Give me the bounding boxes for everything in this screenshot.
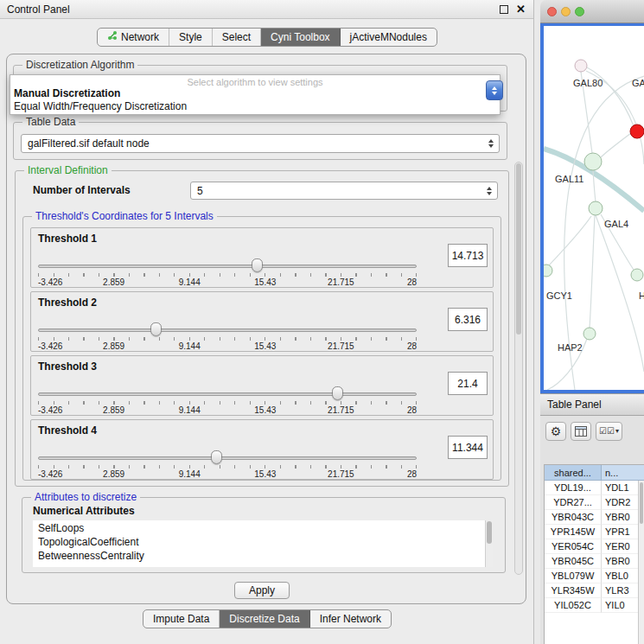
popup-option[interactable]: Equal Width/Frequency Discretization	[10, 100, 500, 113]
numerical-attributes-list[interactable]: SelfLoopsTopologicalCoefficientBetweenne…	[33, 520, 493, 567]
traffic-zoom-icon[interactable]	[575, 7, 584, 16]
threshold-slider[interactable]: -3.4262.8599.14415.4321.71528	[38, 450, 417, 479]
threshold-value-field[interactable]: 6.316	[448, 308, 488, 331]
slider-track[interactable]	[38, 392, 417, 396]
network-edge[interactable]	[601, 133, 631, 157]
slider-track[interactable]	[38, 265, 417, 268]
threshold-slider[interactable]: -3.4262.8599.14415.4321.71528	[38, 322, 417, 351]
table-cell-shared-name[interactable]: YER054C	[545, 539, 602, 554]
threshold-slider[interactable]: -3.4262.8599.14415.4321.71528	[38, 386, 417, 415]
traffic-minimize-icon[interactable]	[561, 7, 571, 16]
popup-option[interactable]: Manual Discretization	[10, 87, 500, 100]
table-cell-shared-name[interactable]: YBR045C	[545, 554, 602, 569]
network-node[interactable]	[583, 328, 596, 340]
list-item[interactable]: SelfLoops	[33, 521, 493, 535]
list-item[interactable]: BetweennessCentrality	[33, 549, 493, 563]
tab-select[interactable]: Select	[213, 29, 261, 46]
node-label: GAL4	[604, 219, 628, 229]
content-scrollbar-thumb[interactable]	[516, 163, 521, 335]
slider-axis: -3.4262.8599.14415.4321.71528	[38, 469, 417, 479]
tab-cyni-toolbox[interactable]: Cyni Toolbox	[261, 29, 340, 46]
table-settings-button[interactable]: ⚙	[545, 422, 566, 441]
network-node[interactable]	[630, 124, 644, 138]
table-cell-shared-name[interactable]: YLR345W	[545, 583, 602, 598]
axis-label: 15.43	[254, 405, 276, 415]
traffic-close-icon[interactable]	[547, 7, 557, 16]
close-icon[interactable]: ✕	[516, 1, 526, 18]
slider-thumb[interactable]	[150, 322, 162, 336]
bottom-tab-segments: Impute DataDiscretize DataInfer Network	[143, 609, 392, 628]
network-edge[interactable]	[587, 67, 634, 126]
slider-track[interactable]	[38, 456, 417, 460]
table-scrollbar-thumb[interactable]	[640, 482, 643, 524]
table-row[interactable]: YER054CYER0	[545, 539, 644, 554]
top-tab-segments: NetworkStyleSelectCyni ToolboxjActiveMNo…	[97, 28, 437, 47]
network-node[interactable]	[631, 269, 643, 281]
tab-discretize-data[interactable]: Discretize Data	[220, 610, 309, 628]
node-label: GAL80	[573, 78, 603, 88]
apply-button[interactable]: Apply	[234, 582, 290, 599]
slider-track[interactable]	[38, 328, 417, 332]
slider-thumb[interactable]	[332, 386, 343, 400]
table-cell-shared-name[interactable]: YIL052C	[545, 598, 602, 613]
slider-axis: -3.4262.8599.14415.4321.71528	[38, 277, 417, 287]
table-row[interactable]: YBR045CYBR0	[545, 554, 644, 569]
network-titlebar[interactable]	[540, 0, 644, 23]
table-row[interactable]: YDR27...YDR2	[545, 495, 644, 510]
select-columns-button[interactable]: ☑ ☑ ▾	[596, 422, 622, 441]
threshold-slider[interactable]: -3.4262.8599.14415.4321.71528	[38, 258, 417, 287]
float-window-icon[interactable]	[500, 5, 508, 14]
table-cell-shared-name[interactable]: YDR27...	[545, 495, 602, 510]
content-scrollbar[interactable]	[514, 162, 523, 575]
table-cell-shared-name[interactable]: YDL19...	[545, 481, 602, 495]
tab-infer-network[interactable]: Infer Network	[310, 610, 391, 628]
slider-thumb[interactable]	[211, 450, 222, 464]
node-label: GAL11	[555, 174, 583, 184]
columns-button[interactable]	[571, 422, 591, 441]
column-header-name[interactable]: n...	[602, 465, 644, 481]
tab-style[interactable]: Style	[169, 29, 213, 46]
axis-label: 2.859	[103, 277, 124, 287]
axis-label: 28	[407, 341, 417, 351]
tab-network[interactable]: Network	[98, 29, 169, 46]
column-header-shared-name[interactable]: shared...	[545, 465, 602, 481]
table-scrollbar[interactable]	[638, 481, 644, 644]
tab-jactivemnodules[interactable]: jActiveMNodules	[341, 29, 437, 46]
table-data-combo[interactable]: galFiltered.sif default node	[21, 134, 500, 153]
network-canvas[interactable]: GAL80GAGAL11GAL4GCY1HHAP2	[544, 26, 644, 390]
network-node[interactable]	[584, 153, 602, 170]
table-cell-shared-name[interactable]: YBL079W	[545, 569, 602, 583]
list-item[interactable]: TopologicalCoefficient	[33, 535, 493, 549]
threshold-value-field[interactable]: 14.713	[448, 244, 488, 267]
threshold-label: Threshold 2	[38, 296, 97, 309]
network-node[interactable]	[589, 201, 603, 215]
threshold-panel: Threshold 3-3.4262.8599.14415.4321.71528…	[30, 355, 494, 416]
table-row[interactable]: YDL19...YDL1	[545, 481, 644, 495]
slider-thumb[interactable]	[252, 258, 263, 272]
threshold-value-field[interactable]: 21.4	[448, 372, 488, 395]
network-edge[interactable]	[590, 215, 595, 328]
algorithm-combo-cap[interactable]	[486, 80, 503, 100]
table-row[interactable]: YBL079WYBL0	[545, 569, 644, 583]
number-of-intervals-combo[interactable]: 5	[190, 182, 498, 200]
threshold-value-field[interactable]: 11.344	[448, 436, 488, 459]
network-node[interactable]	[544, 265, 552, 277]
network-node[interactable]	[575, 60, 587, 72]
thresholds-group: Threshold's Coordinates for 5 Intervals …	[22, 216, 501, 481]
network-edge[interactable]	[596, 215, 644, 372]
list-scrollbar[interactable]	[485, 520, 493, 567]
table-row[interactable]: YBR043CYBR0	[545, 510, 644, 525]
table-cell-shared-name[interactable]: YBR043C	[545, 510, 602, 525]
list-scrollbar-thumb[interactable]	[487, 521, 492, 544]
table-cell-shared-name[interactable]: YPR145W	[545, 525, 602, 539]
tab-impute-data[interactable]: Impute Data	[143, 610, 220, 628]
table-panel-titlebar[interactable]: Table Panel	[540, 393, 644, 416]
network-edge[interactable]	[549, 216, 591, 265]
network-window: GAL80GAGAL11GAL4GCY1HHAP2	[540, 0, 644, 393]
table-row[interactable]: YIL052CYIL0	[545, 598, 644, 613]
table-row[interactable]: YPR145WYPR1	[545, 525, 644, 539]
table-row[interactable]: YLR345WYLR3	[545, 583, 644, 598]
network-canvas-svg: GAL80GAGAL11GAL4GCY1HHAP2	[544, 26, 644, 390]
axis-label: 15.43	[254, 341, 276, 351]
axis-label: 21.715	[328, 469, 354, 479]
